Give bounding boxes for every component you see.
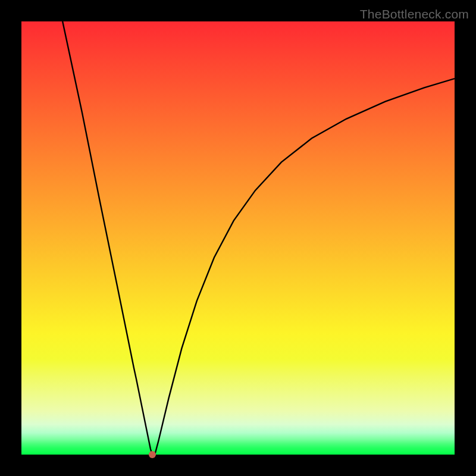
bottleneck-curve-path <box>62 21 455 455</box>
optimum-marker <box>149 451 156 458</box>
watermark-text: TheBottleneck.com <box>360 7 469 21</box>
plot-area <box>21 21 455 455</box>
bottleneck-chart: TheBottleneck.com <box>0 0 476 476</box>
curve-svg <box>21 21 455 455</box>
